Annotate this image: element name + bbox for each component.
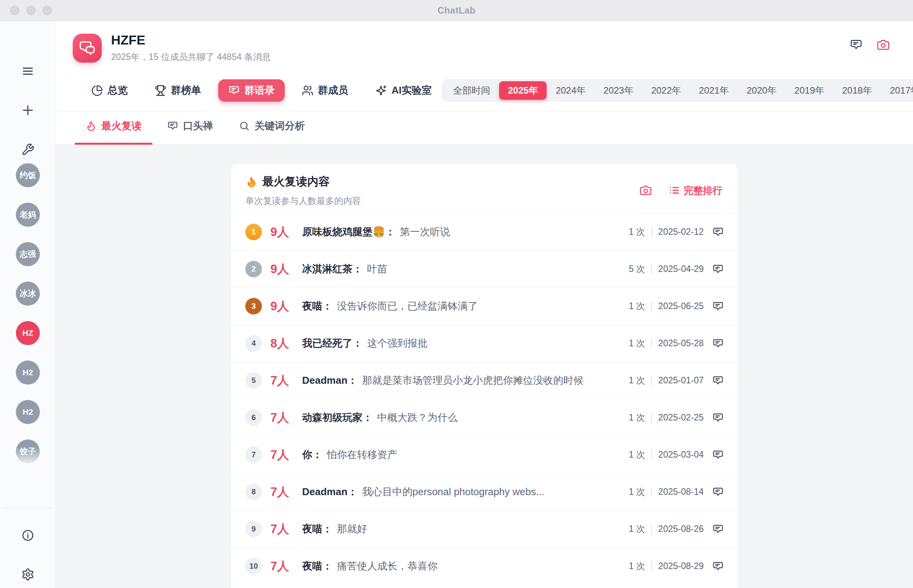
tab-label: 群成员 <box>318 84 348 97</box>
view-message-button[interactable] <box>712 486 724 498</box>
view-message-button[interactable] <box>712 301 724 312</box>
feedback-button[interactable] <box>850 38 863 51</box>
chat-avatar[interactable]: H2 <box>16 400 40 424</box>
sidebar-divider <box>3 508 53 508</box>
speaker-name: 原味板烧鸡腿堡🍔： <box>302 225 395 239</box>
tab-members[interactable]: 群成员 <box>292 79 358 102</box>
rank-badge: 10 <box>245 558 262 574</box>
add-chat-button[interactable] <box>21 104 34 117</box>
replay-row[interactable]: 7 7人 你： 怕你在转移资产 1 次 2025-03-04 <box>231 436 738 473</box>
replay-times: 1 次 <box>629 300 645 312</box>
message-icon <box>712 449 724 461</box>
year-option[interactable]: 2020年 <box>738 81 785 100</box>
meta-divider <box>651 376 652 385</box>
replay-date: 2025-08-26 <box>658 524 704 534</box>
subtab-hot-replays[interactable]: 最火复读 <box>75 119 152 144</box>
message-icon <box>850 38 863 51</box>
replay-row[interactable]: 2 9人 冰淇淋红茶： 叶苗 5 次 2025-04-29 <box>231 250 738 287</box>
message-icon <box>228 85 240 96</box>
replay-meta: 1 次 2025-06-25 <box>619 300 724 312</box>
full-ranking-button[interactable]: 完整排行 <box>669 184 722 197</box>
speaker-name: 你： <box>302 448 322 462</box>
replay-list: 1 9人 原味板烧鸡腿堡🍔： 第一次听说 1 次 2025-02-12 <box>231 213 738 585</box>
sparkles-icon <box>375 85 387 96</box>
year-option[interactable]: 2017年 <box>881 81 913 100</box>
hot-replay-card: 最火复读内容 单次复读参与人数最多的内容 <box>231 164 738 588</box>
speaker-name: 冰淇淋红茶： <box>302 262 362 276</box>
tools-button[interactable] <box>21 143 34 156</box>
view-message-button[interactable] <box>712 226 724 238</box>
year-option-label: 2017年 <box>890 85 913 96</box>
nav-tabs: 总览 群榜单 群语录 <box>81 79 442 102</box>
year-option-label: 2022年 <box>651 85 681 96</box>
replay-times: 1 次 <box>629 374 645 386</box>
view-message-button[interactable] <box>712 412 724 424</box>
settings-button[interactable] <box>21 568 34 581</box>
year-option[interactable]: 2021年 <box>690 81 738 100</box>
screenshot-button[interactable] <box>877 38 890 51</box>
year-option[interactable]: 2025年 <box>499 81 547 100</box>
tab-rankings[interactable]: 群榜单 <box>145 79 211 102</box>
chat-avatar[interactable]: 约饭 <box>16 163 40 187</box>
replay-row[interactable]: 1 9人 原味板烧鸡腿堡🍔： 第一次听说 1 次 2025-02-12 <box>231 213 738 250</box>
message-icon <box>712 412 724 424</box>
card-screenshot-button[interactable] <box>639 184 652 197</box>
year-option[interactable]: 2022年 <box>642 81 690 100</box>
minimize-window-button[interactable] <box>26 6 36 15</box>
year-option[interactable]: 2018年 <box>833 81 881 100</box>
tab-overview[interactable]: 总览 <box>81 79 138 102</box>
replay-row[interactable]: 9 7人 夜喵： 那就好 1 次 2025-08-26 <box>231 510 738 547</box>
participant-count: 9人 <box>270 224 297 240</box>
rank-badge: 9 <box>245 521 262 537</box>
view-message-button[interactable] <box>712 375 724 386</box>
replay-meta: 5 次 2025-04-29 <box>619 263 724 275</box>
replay-row[interactable]: 10 7人 夜喵： 痛苦使人成长，恭喜你 1 次 2025-08-29 <box>231 547 738 585</box>
year-option-label: 2023年 <box>604 85 633 96</box>
replay-row[interactable]: 5 7人 Deadman： 那就是菜市场管理员小龙小虎把你摊位没收的时候 1 次… <box>231 362 738 399</box>
menu-button[interactable] <box>21 65 34 78</box>
rank-badge: 1 <box>245 224 262 240</box>
replay-row[interactable]: 4 8人 我已经死了： 这个强到报批 1 次 2025-05-28 <box>231 325 738 362</box>
users-icon <box>302 85 313 96</box>
year-option[interactable]: 2024年 <box>547 81 594 100</box>
group-header: HZFE 2025年，15 位成员共聊了 44854 条消息 <box>56 21 913 70</box>
about-button[interactable] <box>21 529 34 542</box>
replay-row[interactable]: 3 9人 夜喵： 没告诉你而已，已经盆满钵满了 1 次 2025-06-25 <box>231 287 738 325</box>
chat-avatar[interactable]: H2 <box>16 361 40 385</box>
view-message-button[interactable] <box>712 523 724 535</box>
speaker-name: 动森初级玩家： <box>302 411 373 424</box>
close-window-button[interactable] <box>10 6 19 15</box>
chat-avatar[interactable]: HZ <box>16 321 40 345</box>
subtab-keyword-analysis[interactable]: 关键词分析 <box>228 119 316 144</box>
year-option[interactable]: 全部时间 <box>444 81 499 100</box>
chat-avatar[interactable]: 冰冰 <box>16 282 40 306</box>
view-message-button[interactable] <box>712 561 724 572</box>
tab-quotes[interactable]: 群语录 <box>218 79 285 102</box>
tab-ai-lab[interactable]: AI实验室 <box>365 79 442 102</box>
rank-badge: 7 <box>245 446 262 463</box>
view-message-button[interactable] <box>712 449 724 461</box>
year-option[interactable]: 2023年 <box>595 81 642 100</box>
participant-count: 7人 <box>270 410 297 426</box>
view-message-button[interactable] <box>712 338 724 349</box>
replay-meta: 1 次 2025-02-12 <box>619 226 724 238</box>
participant-count: 7人 <box>270 447 297 463</box>
message-icon <box>712 301 724 312</box>
main-panel: HZFE 2025年，15 位成员共聊了 44854 条消息 <box>56 21 913 588</box>
replay-times: 1 次 <box>629 486 645 498</box>
replay-content: 这个强到报批 <box>367 337 427 350</box>
year-option[interactable]: 2019年 <box>785 81 833 100</box>
subtab-catchphrases[interactable]: 口头禅 <box>156 119 224 144</box>
replay-content: 那就好 <box>337 522 367 536</box>
chat-avatar[interactable]: 老妈 <box>16 203 40 227</box>
replay-row[interactable]: 8 7人 Deadman： 我心目中的personal photography … <box>231 473 738 510</box>
view-message-button[interactable] <box>712 263 724 275</box>
zoom-window-button[interactable] <box>43 6 52 15</box>
chat-avatar[interactable]: 志强 <box>16 242 40 266</box>
chat-avatar-label: H2 <box>23 407 33 417</box>
chat-avatar[interactable]: 饺子 <box>16 439 40 463</box>
replay-date: 2025-04-29 <box>658 264 704 274</box>
replay-row[interactable]: 6 7人 动森初级玩家： 中概大跌？为什么 1 次 2025-02-25 <box>231 399 738 436</box>
rank-badge: 6 <box>245 409 262 426</box>
nav-row: 总览 群榜单 群语录 <box>56 70 913 111</box>
